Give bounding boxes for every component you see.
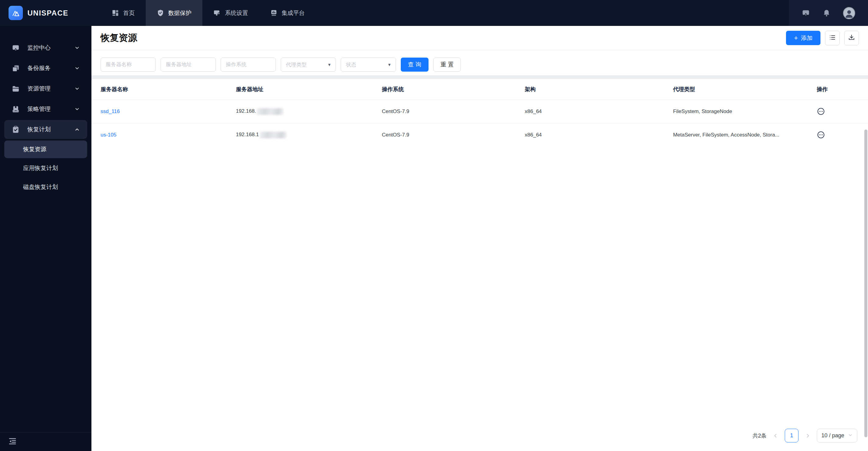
agent-type-select[interactable]: 代理类型 ▼ (281, 58, 336, 72)
sidebar-item-app-recovery-plan[interactable]: 应用恢复计划 (4, 159, 87, 177)
sidebar-item-recovery-resources[interactable]: 恢复资源 (4, 140, 87, 158)
page-size-select[interactable]: 10 / page (817, 429, 857, 443)
sidebar-item-backup-service[interactable]: 备份服务 (4, 59, 87, 78)
chevron-down-icon (74, 106, 80, 112)
main-content: 恢复资源 + 添加 (91, 26, 868, 451)
message-icon[interactable] (802, 9, 810, 18)
list-icon (829, 34, 836, 42)
topbar: UNISPACE 首页 数据保护 (0, 0, 868, 26)
reset-button[interactable]: 重 置 (433, 58, 461, 72)
col-header-os: 操作系统 (382, 79, 525, 100)
col-header-agent-type: 代理类型 (673, 79, 816, 100)
table-card: 服务器名称 服务器地址 操作系统 架构 代理类型 操作 ssd_116 192.… (91, 79, 868, 451)
agent-type-cell: FileSystem, StorageNode (673, 100, 816, 123)
brand: UNISPACE (0, 0, 91, 26)
chevron-down-icon (74, 86, 80, 91)
topnav-home[interactable]: 首页 (100, 0, 146, 26)
sidebar-item-label: 策略管理 (27, 105, 74, 113)
recovery-resources-table: 服务器名称 服务器地址 操作系统 架构 代理类型 操作 ssd_116 192.… (91, 79, 868, 147)
os-input[interactable] (221, 58, 276, 72)
table-row: us-105 192.168.1 CentOS-7.9 x86_64 MetaS… (91, 123, 868, 147)
column-settings-button[interactable] (825, 31, 840, 45)
brand-name: UNISPACE (27, 9, 68, 18)
agent-type-select-placeholder: 代理类型 (286, 61, 307, 68)
card-gap (91, 75, 868, 79)
folder-icon (11, 85, 21, 93)
chevron-down-icon (74, 45, 80, 51)
col-header-actions: 操作 (817, 79, 868, 100)
os-cell: CentOS-7.9 (382, 123, 525, 147)
sidebar-item-recovery-plan[interactable]: 恢复计划 (4, 120, 87, 139)
sidebar-item-label: 恢复计划 (27, 126, 74, 133)
status-select-placeholder: 状态 (346, 61, 356, 68)
app-root: UNISPACE 首页 数据保护 (0, 0, 868, 451)
vertical-scrollbar[interactable] (864, 55, 867, 449)
sidebar-item-label: 资源管理 (27, 85, 74, 93)
arch-cell: x86_64 (525, 123, 673, 147)
sidebar-item-resource-management[interactable]: 资源管理 (4, 79, 87, 98)
os-cell: CentOS-7.9 (382, 100, 525, 123)
sidebar-item-label: 备份服务 (27, 64, 74, 72)
server-name-link[interactable]: us-105 (100, 132, 117, 138)
topnav-integration-platform-label: 集成平台 (282, 9, 305, 17)
sidebar-collapse-button[interactable] (0, 432, 91, 451)
caret-down-icon: ▼ (388, 62, 391, 67)
topnav: 首页 数据保护 系统设 (100, 0, 316, 26)
col-header-server-address: 服务器地址 (236, 79, 382, 100)
server-address-prefix: 192.168.1 (236, 132, 259, 137)
pagination-prev-button[interactable] (773, 433, 779, 439)
page-size-value: 10 / page (822, 432, 844, 439)
sidebar-item-monitoring-center[interactable]: 监控中心 (4, 38, 87, 57)
page-title: 恢复资源 (100, 32, 137, 44)
topnav-data-protection-label: 数据保护 (168, 9, 191, 17)
topnav-system-settings[interactable]: 系统设置 (203, 0, 259, 26)
add-button-label: 添加 (801, 34, 812, 42)
table-row: ssd_116 192.168. CentOS-7.9 x86_64 FileS… (91, 100, 868, 123)
sidebar-item-policy-management[interactable]: 策略管理 (4, 100, 87, 119)
pagination-next-button[interactable] (805, 433, 811, 439)
sidebar-child-label: 恢复资源 (23, 146, 46, 153)
chevron-up-icon (74, 127, 80, 132)
download-icon (848, 34, 855, 42)
server-address-prefix: 192.168. (236, 108, 256, 114)
topbar-right (789, 0, 868, 26)
redacted-ip-blur (260, 132, 286, 138)
sidebar-item-label: 监控中心 (27, 44, 74, 52)
sidebar-child-label: 磁盘恢复计划 (23, 183, 58, 191)
agent-type-cell: MetaServer, FileSystem, AccessNode, Stor… (673, 123, 816, 147)
add-button[interactable]: + 添加 (786, 31, 820, 45)
caret-down-icon: ▼ (327, 62, 331, 67)
row-actions-more-icon[interactable] (817, 107, 826, 116)
col-header-arch: 架构 (525, 79, 673, 100)
collapse-menu-icon (8, 437, 17, 447)
sidebar-recovery-plan-children: 恢复资源 应用恢复计划 磁盘恢复计划 (0, 140, 91, 196)
export-button[interactable] (844, 31, 859, 45)
user-avatar[interactable] (843, 7, 855, 19)
status-select[interactable]: 状态 ▼ (341, 58, 396, 72)
table-header-row: 服务器名称 服务器地址 操作系统 架构 代理类型 操作 (91, 79, 868, 100)
server-address-input[interactable] (161, 58, 216, 72)
sidebar-item-disk-recovery-plan[interactable]: 磁盘恢复计划 (4, 178, 87, 196)
title-row: 恢复资源 + 添加 (91, 26, 868, 50)
row-actions-more-icon[interactable] (817, 131, 826, 139)
archive-bookmark-icon (11, 105, 21, 114)
server-name-link[interactable]: ssd_116 (100, 108, 120, 114)
pagination: 共2条 1 10 / page (752, 429, 857, 443)
server-name-input[interactable] (100, 58, 156, 72)
copy-icon (11, 64, 21, 72)
monitor-gear-icon (213, 9, 221, 17)
brand-logo-icon (8, 6, 23, 20)
title-actions: + 添加 (786, 31, 859, 45)
sidebar: 监控中心 备份服务 资源 (0, 26, 91, 451)
pagination-page-1[interactable]: 1 (785, 429, 799, 443)
clipboard-check-icon (11, 126, 21, 134)
home-grid-icon (112, 9, 119, 17)
scrollbar-thumb[interactable] (864, 130, 867, 437)
notification-bell-icon[interactable] (822, 9, 831, 18)
arch-cell: x86_64 (525, 100, 673, 123)
topnav-integration-platform[interactable]: 集成平台 (259, 0, 316, 26)
search-button[interactable]: 查 询 (401, 58, 429, 72)
chevron-down-icon (848, 433, 853, 439)
monitor-screen-icon (11, 44, 21, 52)
topnav-data-protection[interactable]: 数据保护 (146, 0, 203, 26)
